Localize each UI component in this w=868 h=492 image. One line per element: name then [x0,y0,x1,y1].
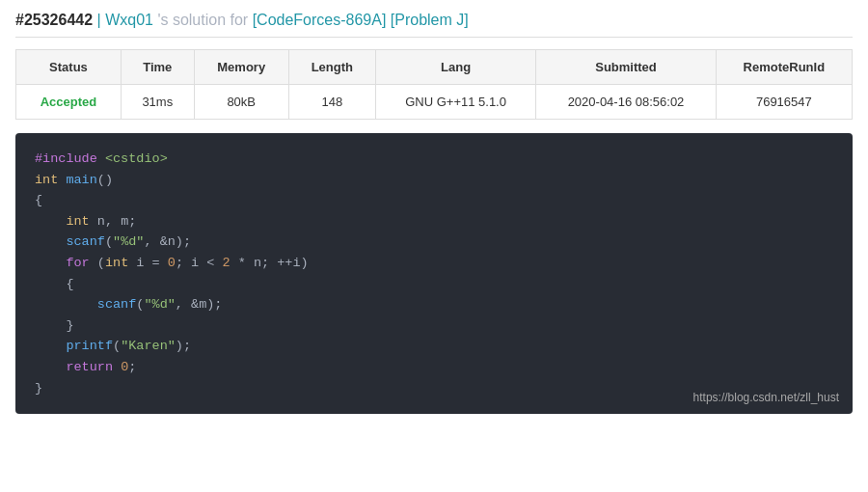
code-block: #include <cstdio> int main() { int n, m;… [15,133,853,414]
submission-table: Status Time Memory Length Lang Submitted… [15,49,853,120]
col-submitted: Submitted [536,50,716,85]
page-title: #25326442 | Wxq01 's solution for [CodeF… [15,12,853,38]
watermark: https://blog.csdn.net/zll_hust [693,391,839,404]
cell-status: Accepted [16,85,122,120]
submission-id[interactable]: #25326442 [15,12,93,28]
status-accepted-label: Accepted [41,95,97,109]
problem-label-link[interactable]: [Problem J] [391,12,469,28]
col-remote-run-id: RemoteRunId [716,50,852,85]
cell-time: 31ms [121,85,194,120]
col-memory: Memory [194,50,288,85]
page-wrapper: #25326442 | Wxq01 's solution for [CodeF… [0,0,868,425]
cell-submitted: 2020-04-16 08:56:02 [536,85,716,120]
problem-code-link[interactable]: [CodeForces-869A] [253,12,387,28]
code-content: #include <cstdio> int main() { int n, m;… [35,149,833,398]
cell-memory: 80kB [194,85,288,120]
cell-length: 148 [288,85,375,120]
cell-lang: GNU G++11 5.1.0 [375,85,536,120]
table-header-row: Status Time Memory Length Lang Submitted… [16,50,853,85]
col-lang: Lang [375,50,536,85]
title-user-part: | [97,12,106,28]
table-row: Accepted 31ms 80kB 148 GNU G++11 5.1.0 2… [16,85,853,120]
username-link[interactable]: Wxq01 [105,12,153,28]
col-length: Length [288,50,375,85]
col-time: Time [121,50,194,85]
title-possessive: 's solution for [157,12,252,28]
cell-remote-run-id: 76916547 [716,85,852,120]
col-status: Status [16,50,122,85]
